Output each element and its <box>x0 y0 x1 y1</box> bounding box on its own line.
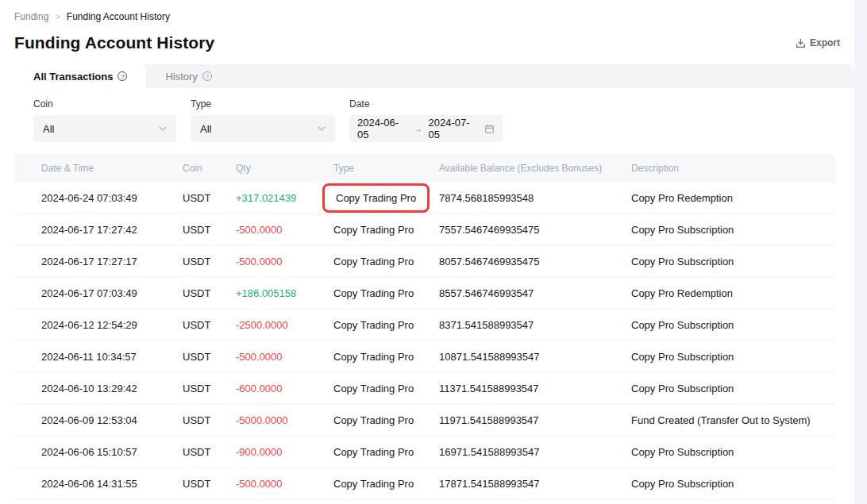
cell-description: Copy Pro Redemption <box>631 192 835 204</box>
cell-description: Copy Pro Subscription <box>631 224 835 236</box>
cell-description: Fund Created (Transfer Out to System) <box>631 414 835 426</box>
cell-qty: +317.021439 <box>236 192 333 204</box>
cell-balance: 10871.541588993547 <box>439 351 631 363</box>
calendar-icon[interactable] <box>484 124 495 134</box>
table-row: 2024-06-06 15:10:57 USDT -900.0000 Copy … <box>14 437 835 468</box>
cell-coin: USDT <box>183 319 236 331</box>
cell-balance: 11371.541588993547 <box>439 383 631 394</box>
cell-qty: -500.0000 <box>236 351 333 363</box>
table-row: 2024-06-09 12:53:04 USDT -5000.0000 Copy… <box>14 405 835 437</box>
cell-description: Copy Pro Subscription <box>631 351 835 363</box>
cell-datetime: 2024-06-12 12:54:29 <box>41 319 183 331</box>
type-value: Copy Trading Pro <box>333 319 414 331</box>
cell-type: Copy Trading Pro <box>333 478 439 490</box>
type-value: Copy Trading Pro <box>333 287 414 299</box>
export-label: Export <box>810 37 840 48</box>
cell-description: Copy Pro Subscription <box>631 478 835 490</box>
cell-type: Copy Trading Pro <box>333 256 439 267</box>
breadcrumb-current: Funding Account History <box>67 11 170 22</box>
date-end-value[interactable]: 2024-07-05 <box>429 117 480 140</box>
type-value: Copy Trading Pro <box>333 351 414 363</box>
date-filter: Date 2024-06-05 → 2024-07-05 <box>349 98 503 142</box>
annotation-highlight-box: Copy Trading Pro <box>322 183 430 213</box>
export-button[interactable]: Export <box>796 37 840 48</box>
cell-balance: 8557.546746993547 <box>439 287 631 299</box>
cell-datetime: 2024-06-09 12:53:04 <box>41 414 183 426</box>
type-select[interactable]: All <box>191 115 335 142</box>
coin-select[interactable]: All <box>33 115 176 142</box>
cell-balance: 16971.541588993547 <box>439 446 631 458</box>
cell-type: Copy Trading Pro <box>333 224 439 236</box>
filter-bar: Coin All Type All Date 2024-06-05 → <box>0 88 854 142</box>
cell-type: Copy Trading Pro <box>333 190 439 206</box>
help-icon[interactable]: ? <box>118 71 127 81</box>
date-start-value[interactable]: 2024-06-05 <box>357 117 408 140</box>
type-value: Copy Trading Pro <box>333 256 414 267</box>
cell-coin: USDT <box>183 414 236 426</box>
type-value: Copy Trading Pro <box>333 383 414 394</box>
cell-description: Copy Pro Subscription <box>631 446 835 458</box>
cell-type: Copy Trading Pro <box>333 351 439 363</box>
table-body: 2024-06-24 07:03:49 USDT +317.021439 Cop… <box>14 183 835 500</box>
cell-datetime: 2024-06-11 10:34:57 <box>41 351 183 363</box>
coin-filter: Coin All <box>33 98 176 142</box>
chevron-down-icon <box>318 126 326 131</box>
tab-history-label: History <box>165 71 197 83</box>
cell-datetime: 2024-06-17 17:27:17 <box>41 256 183 267</box>
table-row: 2024-06-06 14:31:55 USDT -500.0000 Copy … <box>14 468 835 500</box>
coin-filter-label: Coin <box>33 98 176 110</box>
cell-datetime: 2024-06-24 07:03:49 <box>41 192 183 204</box>
breadcrumb: Funding > Funding Account History <box>0 0 854 22</box>
cell-balance: 8057.5467469935475 <box>439 256 631 267</box>
transactions-table: Date & Time Coin Qty Type Available Bala… <box>14 154 835 500</box>
arrow-right-icon: → <box>414 123 423 134</box>
cell-description: Copy Pro Subscription <box>631 383 835 394</box>
type-filter: Type All <box>191 98 335 142</box>
date-filter-label: Date <box>349 98 503 110</box>
chevron-down-icon <box>159 126 167 131</box>
cell-balance: 7874.568185993548 <box>439 192 631 204</box>
cell-balance: 17871.541588993547 <box>439 478 631 490</box>
tab-all-transactions-label: All Transactions <box>33 71 113 83</box>
cell-type: Copy Trading Pro <box>333 446 439 458</box>
date-range-picker[interactable]: 2024-06-05 → 2024-07-05 <box>349 115 503 142</box>
cell-balance: 7557.5467469935475 <box>439 224 631 236</box>
tab-bar: All Transactions ? History ? <box>14 64 854 88</box>
download-icon <box>796 38 806 48</box>
column-header-qty: Qty <box>236 163 333 174</box>
cell-balance: 11971.541588993547 <box>439 414 631 426</box>
table-row: 2024-06-17 17:27:42 USDT -500.0000 Copy … <box>14 214 835 246</box>
type-filter-label: Type <box>191 98 335 110</box>
table-row: 2024-06-17 17:27:17 USDT -500.0000 Copy … <box>14 246 835 278</box>
type-value: Copy Trading Pro <box>333 446 414 458</box>
breadcrumb-funding[interactable]: Funding <box>14 11 48 22</box>
table-row: 2024-06-17 07:03:49 USDT +186.005158 Cop… <box>14 278 835 310</box>
type-select-value: All <box>200 123 211 135</box>
column-header-type: Type <box>333 163 439 174</box>
cell-qty: -500.0000 <box>236 256 333 267</box>
tab-all-transactions[interactable]: All Transactions ? <box>14 64 146 88</box>
column-header-datetime: Date & Time <box>41 163 183 174</box>
cell-balance: 8371.541588993547 <box>439 319 631 331</box>
cell-coin: USDT <box>183 383 236 394</box>
type-value: Copy Trading Pro <box>333 224 414 236</box>
cell-coin: USDT <box>183 287 236 299</box>
cell-coin: USDT <box>183 351 236 363</box>
cell-description: Copy Pro Subscription <box>631 319 835 331</box>
cell-description: Copy Pro Subscription <box>631 256 835 267</box>
cell-coin: USDT <box>183 446 236 458</box>
cell-qty: +186.005158 <box>236 287 333 299</box>
cell-qty: -5000.0000 <box>236 414 333 426</box>
cell-qty: -900.0000 <box>236 446 333 458</box>
table-row: 2024-06-10 13:29:42 USDT -600.0000 Copy … <box>14 373 835 405</box>
type-value: Copy Trading Pro <box>333 414 414 426</box>
table-row: 2024-06-12 12:54:29 USDT -2500.0000 Copy… <box>14 310 835 341</box>
tab-history[interactable]: History ? <box>146 64 230 88</box>
table-row: 2024-06-11 10:34:57 USDT -500.0000 Copy … <box>14 341 835 373</box>
cell-qty: -500.0000 <box>236 224 333 236</box>
cell-datetime: 2024-06-06 15:10:57 <box>41 446 183 458</box>
help-icon[interactable]: ? <box>202 71 212 81</box>
cell-coin: USDT <box>183 478 236 490</box>
cell-datetime: 2024-06-06 14:31:55 <box>41 478 183 490</box>
cell-type: Copy Trading Pro <box>333 414 439 426</box>
